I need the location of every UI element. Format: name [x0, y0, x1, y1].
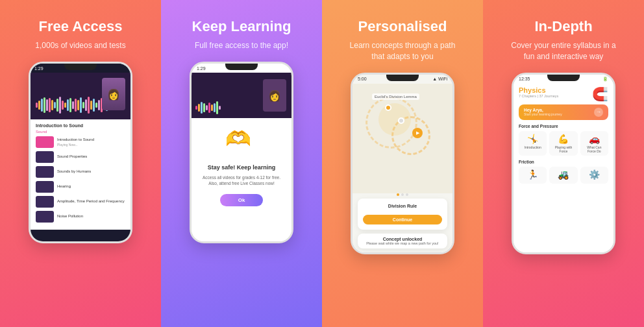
arrow-icon[interactable]: →: [594, 108, 603, 117]
panel-in-depth: In-Depth Cover your entire syllabus in a…: [483, 0, 644, 327]
wv-bar: [54, 102, 56, 108]
panel-4-title: In-Depth: [534, 18, 592, 35]
list-item: Sounds by Humans: [36, 166, 125, 178]
force-pressure-grid: 🤸 Introduction 💪 Playing with Force 🚗 Wh…: [514, 131, 613, 160]
phone-screen-3: 5:00 ▲ WiFi Euclid's Division Lemma ▶: [353, 75, 452, 252]
learning-path-map: Euclid's Division Lemma ▶: [353, 84, 452, 193]
wv-bar: [36, 103, 38, 108]
ok-button[interactable]: Ok: [220, 194, 264, 206]
thumb-4: [36, 181, 54, 193]
teacher-silhouette: 👩: [102, 78, 125, 110]
video-area-1: 👩: [31, 73, 130, 119]
greeting-info: Hey Arya, Start your learning journey: [524, 108, 562, 116]
path-dot: [398, 117, 404, 124]
wv-bar: [72, 101, 74, 109]
what-label: What Can Force Do: [583, 145, 606, 153]
wv-bar: [41, 99, 43, 112]
greeting-text: Hey Arya,: [524, 108, 562, 112]
dot-3: [406, 193, 408, 196]
wv-bar: [46, 99, 48, 111]
phone-screen-1: 1:29: [31, 64, 130, 241]
phone-mockup-1: 1:29: [29, 62, 132, 243]
wv-bar: [93, 99, 95, 112]
section-1-label: Force and Pressure: [514, 124, 613, 131]
time-4: 12:35: [519, 77, 530, 81]
force-icon: 💪: [558, 134, 569, 144]
wv-bar: [43, 97, 45, 113]
card-title: Division Rule: [363, 204, 442, 208]
friction-item-3: ⚙️: [580, 167, 608, 184]
wv-bar: [82, 102, 84, 108]
section-title: Introduction to Sound: [36, 123, 125, 128]
unlocked-text: Please wait while we map a new path for …: [363, 241, 442, 245]
path-dot: [385, 104, 391, 111]
dialog-container: 🫶 Stay safe! Keep learning Access all vi…: [192, 118, 291, 241]
phone-screen-2: 1:29 👩: [192, 64, 291, 241]
video-area-2: 👩: [192, 73, 291, 118]
wv-bar: [80, 97, 82, 113]
wv-bar: [38, 101, 40, 110]
signal-icons: ▲ WiFi: [432, 77, 447, 81]
battery-icon: 🔋: [602, 77, 608, 82]
grid-item-force: 💪 Playing with Force: [549, 131, 577, 156]
wv-bar: [51, 100, 53, 110]
friction-item-1: 🏃: [519, 167, 547, 184]
list-item: Hearing: [36, 181, 125, 193]
heart-hands-icon: 🫶: [225, 128, 258, 158]
phone-mockup-4: 12:35 🔋 Physics 7 Chapters | 37 Journeys…: [512, 73, 615, 254]
greeting-sub: Start your learning journey: [524, 112, 562, 116]
phone-mockup-2: 1:29 👩: [190, 62, 293, 243]
subject-info: Physics 7 Chapters | 37 Journeys: [519, 86, 558, 98]
panel-1-title: Free Access: [39, 18, 123, 35]
item-title: Noise Pollution: [57, 214, 83, 219]
panel-1-subtitle: 1,000s of videos and tests: [35, 40, 125, 51]
phone-notch-2: [225, 64, 258, 70]
wv-bar: [85, 99, 87, 111]
wv-bar: [67, 99, 69, 111]
wv-bar: [95, 103, 97, 108]
thumb-6: [36, 211, 54, 223]
friction-grid: 🏃 🚜 ⚙️: [514, 167, 613, 184]
lesson-list: Introduction to Sound Sound Introduction…: [31, 119, 130, 230]
concept-unlocked-card: Concept unlocked Please wait while we ma…: [358, 234, 447, 248]
play-button[interactable]: ▶: [412, 128, 423, 138]
friction-item-2: 🚜: [549, 167, 577, 184]
continue-button[interactable]: Continue: [363, 215, 442, 224]
wv-bar: [75, 99, 77, 112]
force-label: Playing with Force: [552, 145, 575, 153]
magnet-icon: 🧲: [592, 86, 608, 102]
what-icon: 🚗: [589, 134, 600, 144]
list-item: Noise Pollution: [36, 211, 125, 223]
wv-bar: [77, 100, 79, 110]
section-2-label: Friction: [514, 160, 613, 167]
wv-bar: [49, 98, 51, 112]
subject-header: Physics 7 Chapters | 37 Journeys 🧲: [514, 84, 613, 104]
item-title: Introduction to Sound: [57, 138, 94, 143]
phone-notch-4: [547, 75, 580, 81]
item-title: Sounds by Humans: [57, 169, 91, 175]
wv-bar: [88, 97, 90, 114]
dialog-title: Stay safe! Keep learning: [208, 164, 276, 171]
panel-2-title: Keep Learning: [192, 18, 291, 35]
dot-2: [401, 193, 404, 196]
wv-bar: [56, 99, 58, 112]
time-3: 5:00: [358, 77, 367, 81]
wv-bar: [62, 101, 64, 110]
list-item: Amplitude, Time Period and Frequency: [36, 196, 125, 208]
intro-icon: 🤸: [527, 134, 538, 144]
teacher-thumbnail: 👩: [102, 78, 125, 110]
panel-personalised: Personalised Learn concepts through a pa…: [322, 0, 483, 327]
section-category: Sound: [36, 130, 125, 134]
map-label: Euclid's Division Lemma: [372, 93, 419, 100]
item-title: Hearing: [57, 184, 71, 189]
panel-3-title: Personalised: [358, 18, 447, 35]
grid-item-what: 🚗 What Can Force Do: [580, 131, 608, 156]
thumb-1: [36, 136, 54, 148]
dialog-text: Access all videos for grades 4-12 for fr…: [199, 175, 284, 186]
thumb-5: [36, 196, 54, 208]
panel-keep-learning: Keep Learning Full free access to the ap…: [161, 0, 322, 327]
phone-mockup-3: 5:00 ▲ WiFi Euclid's Division Lemma ▶: [351, 73, 454, 254]
grid-item-intro: 🤸 Introduction: [519, 131, 547, 156]
phone-screen-4: 12:35 🔋 Physics 7 Chapters | 37 Journeys…: [514, 75, 613, 252]
panel-4-subtitle: Cover your entire syllabus in a fun and …: [505, 40, 622, 62]
